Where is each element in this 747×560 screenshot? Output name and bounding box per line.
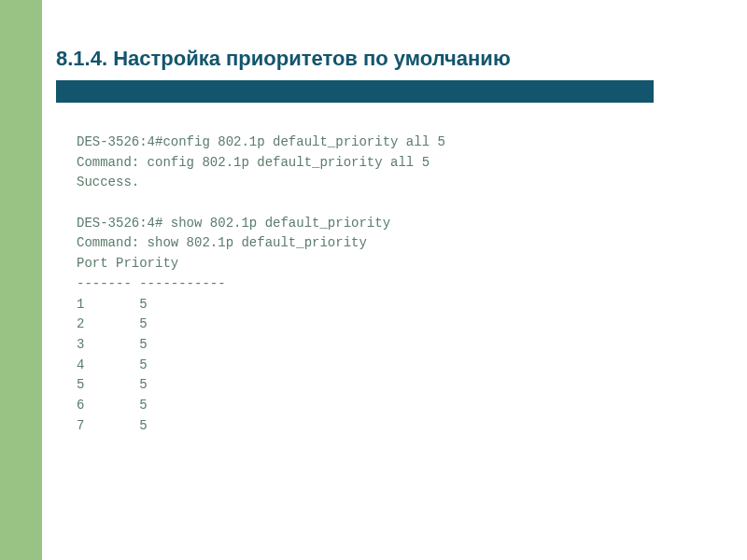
terminal-output: DES-3526:4#config 802.1p default_priorit… [56, 133, 691, 436]
slide-heading: 8.1.4. Настройка приоритетов по умолчани… [56, 47, 691, 71]
slide-content: 8.1.4. Настройка приоритетов по умолчани… [56, 47, 691, 436]
left-accent-bar [0, 0, 42, 560]
heading-underline [56, 80, 654, 103]
